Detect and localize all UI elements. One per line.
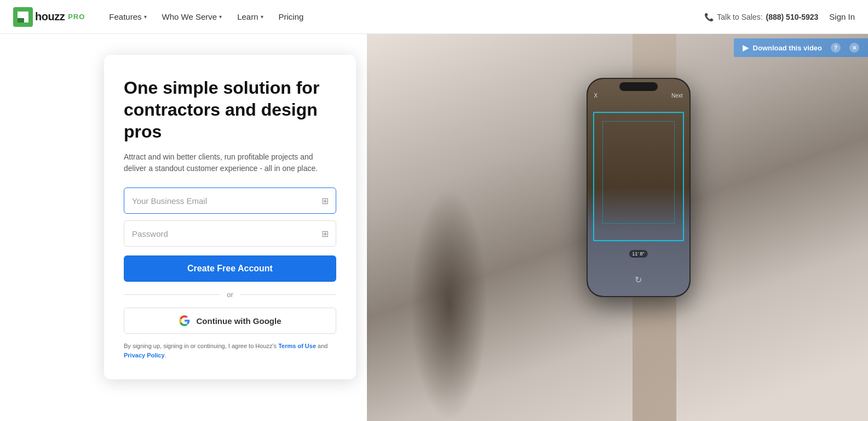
nav-label-features: Features	[109, 12, 141, 21]
phone-notch	[619, 82, 658, 91]
play-icon: ▶	[743, 43, 749, 52]
nav-phone-number: (888) 510-5923	[766, 13, 819, 21]
phone-screen: X Next 11' 8" ↻	[588, 79, 689, 296]
person-silhouette	[367, 34, 504, 421]
terms-text: By signing up, signing in or continuing,…	[124, 342, 336, 360]
phone-close-label: X	[594, 93, 598, 99]
phone-room-outline	[593, 112, 684, 241]
logo-pro-badge: PRO	[68, 13, 85, 21]
email-icon: ⊞	[321, 196, 329, 206]
nav-items: Features ▾ Who We Serve ▾ Learn ▾ Pricin…	[102, 8, 704, 26]
phone-icon: 📞	[704, 13, 714, 21]
create-account-button[interactable]: Create Free Account	[124, 255, 336, 282]
houzz-logo-icon	[13, 7, 33, 27]
chevron-down-icon: ▾	[144, 14, 147, 20]
email-input-group: ⊞	[124, 187, 336, 214]
phone-mockup: X Next 11' 8" ↻	[587, 78, 691, 297]
logo-text: houzz	[35, 10, 65, 23]
nav-label-pricing: Pricing	[279, 12, 304, 21]
phone-ui-bar: X Next	[588, 93, 689, 99]
reload-icon: ↻	[635, 275, 642, 285]
terms-of-use-link[interactable]: Terms of Use	[278, 343, 316, 349]
divider-line-right	[240, 294, 336, 295]
download-label: Download this video	[753, 44, 822, 52]
google-button-label: Continue with Google	[197, 316, 281, 326]
signup-card: One simple solution for contractors and …	[104, 55, 356, 379]
svg-rect-1	[18, 18, 24, 22]
divider-text: or	[227, 291, 233, 299]
nav-right: 📞 Talk to Sales: (888) 510-5923 Sign In	[704, 12, 855, 21]
card-title: One simple solution for contractors and …	[124, 77, 336, 143]
close-icon[interactable]: ✕	[849, 43, 859, 53]
download-close-button[interactable]: ?	[831, 43, 841, 53]
divider-line-left	[124, 294, 220, 295]
nav-phone-label: Talk to Sales:	[717, 13, 762, 21]
google-icon	[179, 315, 190, 326]
phone-next-label: Next	[671, 93, 683, 99]
email-input[interactable]	[124, 187, 336, 214]
phone-room-inner	[602, 121, 675, 224]
nav-label-learn: Learn	[237, 12, 258, 21]
nav-item-learn[interactable]: Learn ▾	[231, 8, 269, 26]
nav-item-who-we-serve[interactable]: Who We Serve ▾	[156, 8, 229, 26]
hero-background: X Next 11' 8" ↻	[367, 34, 868, 421]
privacy-policy-link[interactable]: Privacy Policy	[124, 352, 165, 359]
google-signin-button[interactable]: Continue with Google	[124, 308, 336, 334]
nav-logo[interactable]: houzz PRO	[13, 7, 85, 27]
nav-item-pricing[interactable]: Pricing	[272, 8, 311, 26]
navbar: houzz PRO Features ▾ Who We Serve ▾ Lear…	[0, 0, 868, 34]
password-input-group: ⊞	[124, 220, 336, 247]
nav-signin-button[interactable]: Sign In	[829, 12, 855, 21]
phone-measurement: 11' 8"	[629, 250, 647, 258]
password-input[interactable]	[124, 220, 336, 247]
nav-label-who-we-serve: Who We Serve	[162, 12, 217, 21]
card-subtitle: Attract and win better clients, run prof…	[124, 151, 336, 174]
chevron-down-icon: ▾	[261, 14, 263, 20]
nav-item-features[interactable]: Features ▾	[102, 8, 153, 26]
divider: or	[124, 291, 336, 299]
chevron-down-icon: ▾	[219, 14, 222, 20]
nav-phone[interactable]: 📞 Talk to Sales: (888) 510-5923	[704, 13, 818, 21]
download-banner[interactable]: ▶ Download this video ? ✕	[734, 38, 868, 57]
password-icon: ⊞	[321, 229, 329, 239]
